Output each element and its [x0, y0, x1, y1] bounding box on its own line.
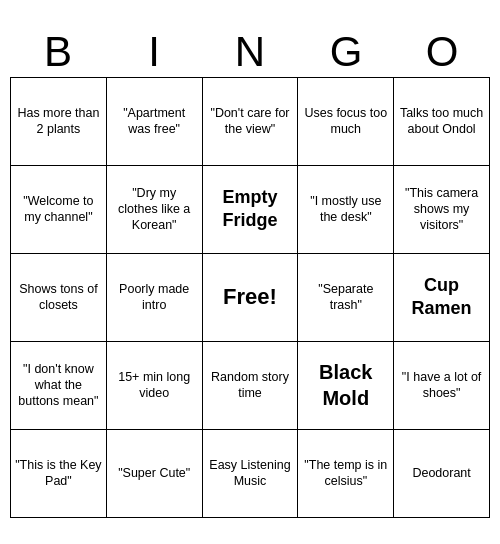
bingo-cell: "Separate trash": [298, 254, 394, 342]
bingo-letter: B: [12, 31, 104, 73]
bingo-cell: "Welcome to my channel": [11, 166, 107, 254]
bingo-cell: Uses focus too much: [298, 78, 394, 166]
bingo-cell: "The temp is in celsius": [298, 430, 394, 518]
bingo-header: BINGO: [10, 27, 490, 77]
bingo-cell: Free!: [203, 254, 299, 342]
bingo-grid: Has more than 2 plants"Apartment was fre…: [10, 77, 490, 518]
bingo-cell: Has more than 2 plants: [11, 78, 107, 166]
bingo-cell: Deodorant: [394, 430, 490, 518]
bingo-cell: Shows tons of closets: [11, 254, 107, 342]
bingo-cell: "I don't know what the buttons mean": [11, 342, 107, 430]
bingo-cell: Random story time: [203, 342, 299, 430]
bingo-cell: "This camera shows my visitors": [394, 166, 490, 254]
bingo-cell: "Don't care for the view": [203, 78, 299, 166]
bingo-cell: Poorly made intro: [107, 254, 203, 342]
bingo-letter: G: [300, 31, 392, 73]
bingo-cell: "I mostly use the desk": [298, 166, 394, 254]
bingo-letter: N: [204, 31, 296, 73]
bingo-cell: "Super Cute": [107, 430, 203, 518]
bingo-cell: "This is the Key Pad": [11, 430, 107, 518]
bingo-cell: Cup Ramen: [394, 254, 490, 342]
bingo-cell: Talks too much about Ondol: [394, 78, 490, 166]
bingo-letter: O: [396, 31, 488, 73]
bingo-cell: "Apartment was free": [107, 78, 203, 166]
bingo-cell: "I have a lot of shoes": [394, 342, 490, 430]
bingo-letter: I: [108, 31, 200, 73]
bingo-cell: Black Mold: [298, 342, 394, 430]
bingo-cell: Easy Listening Music: [203, 430, 299, 518]
bingo-cell: "Dry my clothes like a Korean": [107, 166, 203, 254]
bingo-card: BINGO Has more than 2 plants"Apartment w…: [10, 27, 490, 518]
bingo-cell: Empty Fridge: [203, 166, 299, 254]
bingo-cell: 15+ min long video: [107, 342, 203, 430]
